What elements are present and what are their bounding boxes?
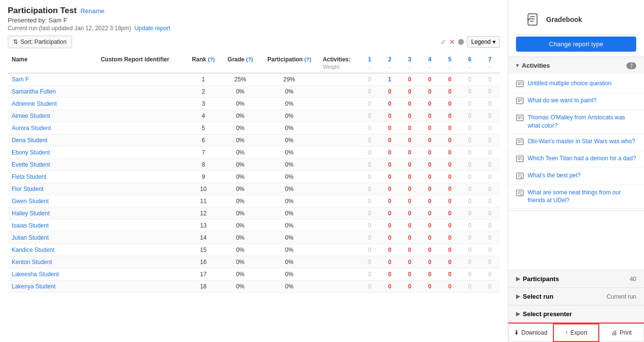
table-row: Aimee Student40%0%0000000 (8, 110, 500, 122)
table-row: Hailey Student120%0%0000000 (8, 208, 500, 220)
student-name-link[interactable]: Hailey Student (12, 210, 50, 217)
cell-act-3: 0 (400, 208, 420, 220)
update-report-link[interactable]: Update report (134, 25, 170, 32)
student-name-link[interactable]: Aimee Student (12, 113, 50, 119)
student-name-link[interactable]: Aurora Student (12, 125, 51, 132)
student-name-link[interactable]: Ebony Student (12, 149, 50, 156)
cell-rank: 12 (186, 208, 221, 220)
cell-custom-id (97, 98, 186, 110)
cell-name[interactable]: Gwen Student (8, 195, 97, 208)
activity-text[interactable]: Thomas O'Malley from Aristocats was what… (528, 114, 636, 130)
student-name-link[interactable]: Flor Student (12, 186, 43, 192)
sort-label: Sort: Participation (20, 38, 67, 45)
cell-act-5: 0 (440, 159, 460, 171)
cell-custom-id (97, 86, 186, 98)
activity-text[interactable]: What's the best pet? (528, 171, 581, 180)
student-name-link[interactable]: Kenton Student (12, 259, 52, 266)
cell-act-1: 0 (360, 159, 380, 171)
cell-name[interactable]: Sam F (8, 73, 97, 86)
cell-name[interactable]: Aurora Student (8, 122, 97, 134)
cell-custom-id (97, 171, 186, 183)
cell-name[interactable]: Julian Student (8, 232, 97, 244)
cell-rank: 15 (186, 244, 221, 256)
participants-label: Participants (523, 275, 559, 283)
download-button[interactable]: ⬇ Download (508, 323, 553, 342)
student-name-link[interactable]: Evette Student (12, 161, 50, 168)
student-name-link[interactable]: Samantha Fullen (12, 88, 56, 95)
cell-name[interactable]: Adrienne Student (8, 98, 97, 110)
student-name-link[interactable]: Isaias Student (12, 222, 49, 229)
cell-name[interactable]: Evette Student (8, 159, 97, 171)
activity-item[interactable]: Untitled multiple choice question (508, 76, 644, 93)
student-name-link[interactable]: Lakeesha Student (12, 271, 59, 278)
select-run-section[interactable]: ▶ Select run Current run (508, 287, 644, 305)
cell-participation: 29% (260, 73, 319, 86)
cell-act-3: 0 (400, 244, 420, 256)
cell-activities-spacer (319, 208, 360, 220)
cell-name[interactable]: Aimee Student (8, 110, 97, 122)
student-name-link[interactable]: Fleta Student (12, 173, 46, 180)
select-presenter-section[interactable]: ▶ Select presenter (508, 305, 644, 323)
activity-text[interactable]: Obi-Wan's master in Star Wars was who? (528, 137, 635, 146)
activity-item[interactable]: What's the best pet? (508, 168, 644, 185)
cell-name[interactable]: Dena Student (8, 134, 97, 147)
rename-link[interactable]: Rename (80, 7, 104, 15)
cell-act-6: 0 (460, 256, 480, 268)
student-name-link[interactable]: Julian Student (12, 234, 49, 241)
activity-text[interactable]: Untitled multiple choice question (528, 79, 611, 88)
cell-name[interactable]: Samantha Fullen (8, 86, 97, 98)
cell-name[interactable]: Ebony Student (8, 147, 97, 159)
export-button[interactable]: ↑ Export (553, 323, 599, 342)
cell-name[interactable]: Flor Student (8, 183, 97, 195)
cell-grade: 0% (221, 86, 260, 98)
cell-act-1: 0 (360, 232, 380, 244)
activity-text[interactable]: Which Teen Titan had a demon for a dad? (528, 154, 636, 163)
cell-name[interactable]: Fleta Student (8, 171, 97, 183)
cell-rank: 4 (186, 110, 221, 122)
student-name-link[interactable]: Sam F (12, 76, 29, 83)
cell-act-3: 0 (400, 86, 420, 98)
cell-name[interactable]: Kenton Student (8, 256, 97, 268)
student-name-link[interactable]: Adrienne Student (12, 100, 57, 107)
print-button[interactable]: 🖨 Print (599, 323, 644, 342)
cell-grade: 0% (221, 110, 260, 122)
legend-button[interactable]: Legend ▾ (467, 36, 500, 48)
student-name-link[interactable]: Dena Student (12, 137, 47, 144)
cell-name[interactable]: Lakenya Student (8, 281, 97, 293)
activity-multiple-choice-icon (516, 155, 524, 164)
activity-item[interactable]: Which Teen Titan had a demon for a dad? (508, 151, 644, 168)
activity-item[interactable]: What are some neat things from our frien… (508, 185, 644, 209)
activity-item[interactable]: What do we want to paint? (508, 93, 644, 110)
cell-name[interactable]: Kandice Student (8, 244, 97, 256)
cell-name[interactable]: Isaias Student (8, 220, 97, 232)
cell-act-7: 0 (480, 147, 500, 159)
col-rank: Rank (?) (186, 53, 221, 64)
student-name-link[interactable]: Lakenya Student (12, 283, 55, 290)
activity-text[interactable]: What do we want to paint? (528, 96, 596, 105)
change-report-button[interactable]: Change report type (516, 37, 636, 52)
page-title: Participation Test (8, 6, 76, 16)
cell-activities-spacer (319, 232, 360, 244)
table-row: Evette Student80%0%0000000 (8, 159, 500, 171)
participants-section[interactable]: ▶ Participants 40 (508, 270, 644, 287)
activity-text[interactable]: What are some neat things from our frien… (528, 189, 636, 205)
table-row: Gwen Student110%0%0000000 (8, 195, 500, 208)
select-presenter-chevron-icon: ▶ (516, 311, 520, 317)
cell-act-4: 0 (420, 281, 440, 293)
cell-act-2: 0 (380, 220, 400, 232)
cell-act-1: 0 (360, 147, 380, 159)
main-content: Participation Test Rename Presented by: … (0, 0, 508, 342)
activity-item[interactable]: Obi-Wan's master in Star Wars was who? (508, 134, 644, 151)
cell-act-2: 0 (380, 98, 400, 110)
cell-name[interactable]: Hailey Student (8, 208, 97, 220)
student-name-link[interactable]: Gwen Student (12, 198, 49, 205)
student-name-link[interactable]: Kandice Student (12, 247, 55, 253)
cell-act-3: 0 (400, 122, 420, 134)
activities-section-header[interactable]: ▾ Activities 7 (508, 57, 644, 74)
sort-button[interactable]: ⇅ Sort: Participation (8, 36, 72, 48)
rank-help-icon: (?) (208, 57, 215, 62)
cell-act-1: 0 (360, 256, 380, 268)
cell-name[interactable]: Lakeesha Student (8, 268, 97, 281)
cell-act-6: 0 (460, 244, 480, 256)
activity-item[interactable]: Thomas O'Malley from Aristocats was what… (508, 110, 644, 134)
